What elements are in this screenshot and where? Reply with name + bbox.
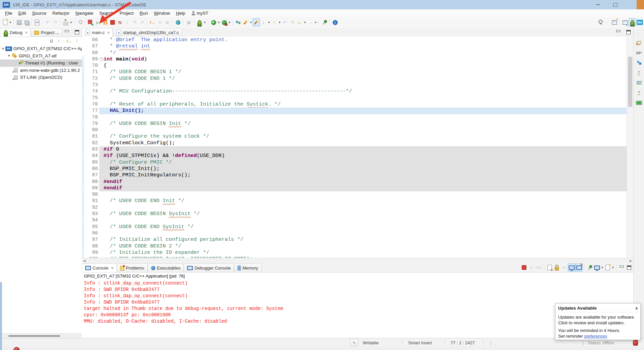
word-wrap-button[interactable]: ↵	[560, 264, 568, 272]
show-stdout-toggle[interactable]	[568, 264, 575, 272]
debug-panel-hscrollbar[interactable]	[0, 333, 82, 338]
tab-main-c[interactable]: c main.c ×	[82, 28, 113, 37]
tree-row-elf[interactable]: ▼ GPIO_EXTI_A7.elf	[0, 52, 82, 60]
window-close-button[interactable]	[637, 0, 644, 9]
code-line-86[interactable]: 86 BSP_PMIC_Init();	[84, 166, 627, 172]
scroll-right-icon[interactable]: ▶	[630, 259, 632, 262]
registers-view-button[interactable]	[635, 79, 643, 87]
code-line-95[interactable]: 95 /* USER CODE END SysInit */	[84, 224, 627, 230]
instruction-stepping-button[interactable]: i→	[149, 18, 156, 26]
tree-row-thread[interactable]: ▶ Thread #1 (Running : User	[0, 59, 82, 67]
preferences-link[interactable]: preferences	[584, 334, 607, 339]
code-line-80[interactable]: 80	[84, 127, 627, 133]
code-line-69[interactable]: 69−int main(void)	[84, 56, 627, 62]
instruction-stepping-toggle[interactable]: i→	[66, 37, 73, 45]
profiler-button[interactable]: ◉	[185, 18, 192, 26]
editor-vscrollbar[interactable]	[627, 37, 634, 258]
code-line-70[interactable]: 70{	[84, 62, 627, 69]
tab-debugger-console[interactable]: Debugger Console	[184, 264, 234, 272]
code-line-67[interactable]: 67 * @retval int	[84, 43, 627, 49]
reset-restart-button[interactable]	[87, 18, 94, 26]
show-disassembly-button[interactable]: ≡	[156, 18, 164, 26]
next-edit-location-button[interactable]: ↷	[289, 18, 296, 26]
menu-window[interactable]: Window	[151, 10, 173, 16]
mx-perspective-button[interactable]	[636, 18, 643, 26]
tab-console-close-icon[interactable]: ×	[111, 266, 114, 271]
cheat-sheet-button[interactable]	[331, 18, 339, 26]
disconnect-button[interactable]: N	[116, 18, 124, 26]
tree-row-launch[interactable]: ▼ IDE GPIO_EXTI_A7 [STM32 C/C++ Ap	[0, 45, 82, 52]
show-stderr-toggle[interactable]	[575, 264, 583, 272]
tab-project-explorer[interactable]: Project ...	[31, 28, 62, 37]
step-over-button[interactable]: ↷	[131, 18, 138, 26]
remove-all-launches-button[interactable]: ××	[535, 264, 542, 272]
menu-edit[interactable]: Edit	[15, 10, 29, 16]
back-button-dropdown[interactable]: ▼	[303, 18, 307, 26]
code-line-73[interactable]: 73	[84, 82, 627, 88]
heap-status-button[interactable]: ✎	[350, 338, 358, 347]
maximize-editor-button[interactable]	[625, 29, 632, 35]
undo-button[interactable]: ↶	[44, 18, 51, 26]
code-line-83[interactable]: 83#if 0	[84, 146, 627, 153]
breakpoints-view-button[interactable]	[635, 59, 643, 67]
step-into-button[interactable]: ↓	[124, 18, 131, 26]
scroll-left-icon[interactable]: ◀	[83, 259, 86, 262]
tab-debug-close-icon[interactable]: ×	[25, 30, 27, 35]
window-minimize-button[interactable]	[591, 0, 605, 9]
code-editor[interactable]: 66 * @brief The application entry point.…	[82, 37, 627, 258]
run-restricted-button-dropdown[interactable]: ▼	[228, 18, 231, 26]
tree-row-gdb[interactable]: arm-none-eabi-gdb (12.1.90.2	[0, 67, 82, 74]
menu-navigate[interactable]: Navigate	[72, 10, 96, 16]
code-line-78[interactable]: 78	[84, 114, 627, 121]
code-line-77[interactable]: 77 HAL_Init();	[84, 108, 627, 114]
maximize-panel-button[interactable]	[73, 29, 80, 35]
debug-launch-button-dropdown[interactable]: ▼	[203, 18, 206, 26]
memory-view-button[interactable]	[635, 99, 643, 107]
minimize-panel-button[interactable]	[63, 29, 70, 35]
tab-problems[interactable]: Problems	[117, 264, 148, 272]
new-wizard-button-dropdown[interactable]: ▼	[9, 18, 12, 26]
terminate-console-button[interactable]	[520, 264, 528, 272]
menu-refactor[interactable]: Refactor	[49, 10, 72, 16]
code-line-93[interactable]: 93 /* USER CODE BEGIN SysInit */	[84, 211, 627, 217]
code-line-66[interactable]: 66 * @brief The application entry point.	[84, 37, 627, 43]
suspend-button[interactable]	[102, 18, 109, 26]
open-element-button[interactable]	[76, 18, 84, 26]
code-line-84[interactable]: 84#if (USE_STPMIC1x) && !defined(USE_DDR…	[84, 153, 627, 159]
code-line-94[interactable]: 94	[84, 217, 627, 223]
redo-button[interactable]: ↷	[51, 18, 59, 26]
code-line-99[interactable]: 99 /* Initialize the IO expander */	[84, 249, 627, 256]
last-edit-location-button[interactable]: ↶	[281, 18, 289, 26]
console-output[interactable]: Info : stlink_dap_op_connect(connect)Inf…	[82, 279, 633, 325]
code-line-98[interactable]: 98 /* USER CODE BEGIN 2 */	[84, 243, 627, 249]
previous-annotation-button[interactable]: ↑	[271, 18, 278, 26]
terminate-button[interactable]	[109, 18, 116, 26]
window-maximize-button[interactable]	[608, 0, 623, 9]
display-console-button[interactable]	[593, 264, 601, 272]
build-button[interactable]	[33, 18, 41, 26]
search-button[interactable]	[596, 18, 603, 26]
update-software-button[interactable]	[174, 18, 182, 26]
variables-view-button[interactable]: (x)=	[635, 49, 643, 57]
editor-hscrollbar[interactable]: ◀▶	[82, 258, 633, 263]
menu-search[interactable]: Search	[96, 10, 117, 16]
remove-launch-button[interactable]: ×	[528, 264, 535, 272]
code-line-75[interactable]: 75	[84, 95, 627, 101]
code-line-96[interactable]: 96	[84, 230, 627, 236]
new-wizard-button[interactable]	[1, 18, 9, 26]
code-line-89[interactable]: 89#endif	[84, 185, 627, 191]
code-line-92[interactable]: 92	[84, 204, 627, 211]
forward-button-dropdown[interactable]: ▼	[314, 18, 317, 26]
previous-annotation-button-dropdown[interactable]: ▼	[278, 18, 281, 26]
step-return-button[interactable]: ↗	[138, 18, 146, 26]
view-menu-button[interactable]: ⁞	[73, 37, 80, 45]
code-line-72[interactable]: 72 /* USER CODE END 1 */	[84, 75, 627, 82]
tab-main-c-close-icon[interactable]: ×	[107, 30, 110, 35]
code-line-82[interactable]: 82 SystemClock_Config();	[84, 140, 627, 146]
clear-console-button[interactable]	[546, 264, 553, 272]
menu-help[interactable]: Help	[173, 10, 188, 16]
save-button[interactable]	[15, 18, 23, 26]
tab-startup-file[interactable]: c startup_stm32mp135c_ca7.c	[113, 28, 182, 37]
code-line-74[interactable]: 74 /* MCU Configuration-----------------…	[84, 88, 627, 95]
resume-button[interactable]: ▶	[94, 18, 102, 26]
